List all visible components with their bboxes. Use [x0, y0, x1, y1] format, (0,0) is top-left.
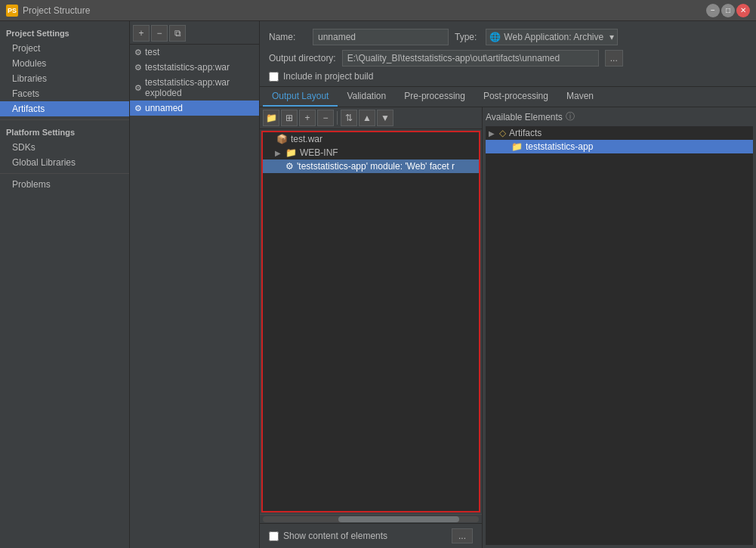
output-dir-input[interactable] [342, 50, 599, 67]
sidebar-item-modules[interactable]: Modules [0, 56, 129, 71]
artifact-list-item-unnamed[interactable]: ⚙ unnamed [130, 101, 259, 116]
name-label: Name: [269, 32, 307, 42]
add-artifact-button[interactable]: + [133, 25, 150, 42]
name-input[interactable] [313, 29, 449, 45]
up-button[interactable]: ▲ [359, 110, 375, 126]
folder-view-button[interactable]: 📁 [263, 110, 279, 126]
output-toolbar: 📁 ⊞ + − ⇅ ▲ ▼ [260, 107, 482, 129]
minimize-button[interactable]: − [706, 4, 720, 17]
artifact-list-item-war-exploded[interactable]: ⚙ teststatistics-app:war exploded [130, 75, 259, 101]
tree-item-web-inf[interactable]: ▶ 📁 WEB-INF [263, 146, 479, 159]
tree-item-test-war[interactable]: 📦 test.war [263, 132, 479, 146]
artifact-list-item-test[interactable]: ⚙ test [130, 45, 259, 60]
columns-button[interactable]: ⊞ [281, 110, 298, 126]
sidebar: Project Settings Project Modules Librari… [0, 21, 130, 548]
down-button[interactable]: ▼ [377, 110, 393, 126]
expand-avail-icon: ▶ [489, 129, 496, 138]
form-area: Name: Type: 🌐 Web Application: Archive ▾… [260, 21, 756, 87]
sidebar-item-facets[interactable]: Facets [0, 86, 129, 101]
info-icon: ⓘ [566, 110, 575, 123]
available-elements-header: Available Elements ⓘ [486, 110, 753, 123]
include-checkbox[interactable] [269, 72, 279, 82]
sidebar-item-problems[interactable]: Problems [0, 177, 129, 192]
folder-icon: 📁 [285, 147, 297, 158]
app-icon: PS [6, 5, 18, 17]
available-tree: ▶ ◇ Artifacts 📁 teststatistics-app [486, 126, 753, 545]
scrollbar-track [263, 516, 479, 522]
tab-maven[interactable]: Maven [557, 87, 603, 107]
remove-element-button[interactable]: − [317, 110, 334, 126]
maximize-button[interactable]: □ [721, 4, 735, 17]
add-element-button[interactable]: + [299, 110, 316, 126]
sidebar-divider [0, 119, 129, 120]
sidebar-item-artifacts[interactable]: Artifacts [0, 101, 129, 116]
platform-settings-header: Platform Settings [0, 123, 129, 140]
avail-item-teststatistics[interactable]: 📁 teststatistics-app [486, 140, 753, 153]
show-content-checkbox[interactable] [269, 531, 279, 541]
content-area: Name: Type: 🌐 Web Application: Archive ▾… [260, 21, 756, 548]
close-button[interactable]: ✕ [736, 4, 750, 17]
artifact-icon-war: ⚙ [134, 63, 142, 73]
split-area: 📁 ⊞ + − ⇅ ▲ ▼ 📦 test.wa [260, 107, 756, 548]
sidebar-item-global-libraries[interactable]: Global Libraries [0, 155, 129, 170]
available-elements-pane: Available Elements ⓘ ▶ ◇ Artifacts 📁 tes [483, 107, 756, 548]
output-dir-row: Output directory: ... [269, 50, 747, 67]
tab-output-layout[interactable]: Output Layout [263, 87, 338, 107]
chevron-down-icon: ▾ [609, 32, 614, 42]
type-icon: 🌐 [489, 32, 501, 42]
type-select[interactable]: 🌐 Web Application: Archive ▾ [486, 29, 618, 45]
artifacts-group-icon: ◇ [499, 128, 506, 138]
more-button[interactable]: ... [452, 528, 473, 543]
toolbar-sep [337, 111, 338, 125]
browse-button[interactable]: ... [605, 50, 623, 67]
window-title: Project Structure [23, 5, 90, 16]
footer-bar: Show content of elements ... [260, 523, 482, 548]
tabs-bar: Output Layout Validation Pre-processing … [260, 87, 756, 107]
name-row: Name: Type: 🌐 Web Application: Archive ▾ [269, 29, 747, 45]
remove-artifact-button[interactable]: − [151, 25, 168, 42]
artifact-list: + − ⧉ ⚙ test ⚙ teststatistics-app:war ⚙ … [130, 21, 260, 548]
tab-post-processing[interactable]: Post-processing [474, 87, 557, 107]
sidebar-item-project[interactable]: Project [0, 41, 129, 56]
copy-artifact-button[interactable]: ⧉ [169, 25, 186, 42]
folder-avail-icon: 📁 [511, 141, 523, 152]
output-layout-pane: 📁 ⊞ + − ⇅ ▲ ▼ 📦 test.wa [260, 107, 483, 548]
main-content-wrapper: + − ⧉ ⚙ test ⚙ teststatistics-app:war ⚙ … [130, 21, 756, 548]
include-checkbox-row: Include in project build [269, 71, 747, 82]
type-label: Type: [455, 32, 477, 42]
war-icon: 📦 [276, 134, 288, 144]
output-dir-label: Output directory: [269, 53, 336, 63]
tree-item-module-ref[interactable]: ⚙ 'teststatistics-app' module: 'Web' fac… [263, 159, 479, 173]
include-label: Include in project build [283, 71, 373, 82]
avail-item-artifacts[interactable]: ▶ ◇ Artifacts [486, 126, 753, 140]
artifact-icon-test: ⚙ [134, 48, 142, 57]
main-container: Project Settings Project Modules Librari… [0, 21, 756, 548]
sidebar-divider-2 [0, 173, 129, 174]
project-settings-header: Project Settings [0, 24, 129, 41]
module-icon: ⚙ [285, 161, 294, 172]
expand-icon-2: ▶ [275, 149, 282, 157]
tab-pre-processing[interactable]: Pre-processing [395, 87, 474, 107]
h-scrollbar[interactable] [260, 514, 482, 523]
artifact-icon-war-exploded: ⚙ [134, 83, 142, 93]
artifact-list-toolbar: + − ⧉ [130, 23, 259, 45]
sort-button[interactable]: ⇅ [341, 110, 357, 126]
artifact-icon-unnamed: ⚙ [134, 104, 142, 113]
show-content-row: Show content of elements [269, 531, 446, 541]
output-tree: 📦 test.war ▶ 📁 WEB-INF ⚙ 'teststatistics… [261, 131, 480, 512]
titlebar: PS Project Structure − □ ✕ [0, 0, 756, 21]
artifact-list-item-war[interactable]: ⚙ teststatistics-app:war [130, 60, 259, 75]
scrollbar-thumb[interactable] [338, 516, 459, 522]
show-content-label: Show content of elements [283, 531, 387, 541]
tab-validation[interactable]: Validation [338, 87, 395, 107]
sidebar-item-sdks[interactable]: SDKs [0, 140, 129, 155]
window-controls: − □ ✕ [706, 4, 750, 17]
sidebar-item-libraries[interactable]: Libraries [0, 71, 129, 86]
